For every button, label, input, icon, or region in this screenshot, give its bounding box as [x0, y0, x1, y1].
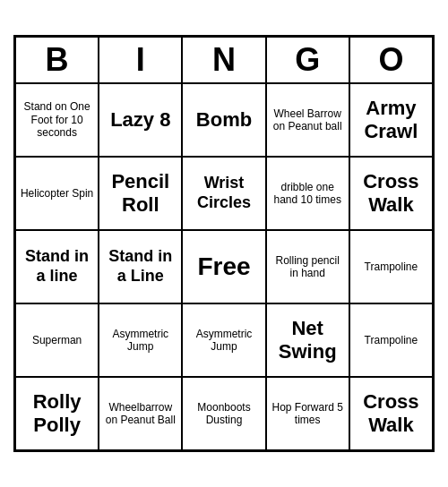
bingo-cell: Cross Walk [349, 157, 433, 230]
bingo-cell: Rolling pencil in hand [266, 230, 349, 303]
bingo-cell: Pencil Roll [99, 157, 182, 230]
bingo-cell: Wheel Barrow on Peanut ball [266, 83, 349, 157]
bingo-card: BINGO Stand on One Foot for 10 secondsLa… [13, 35, 435, 452]
bingo-cell: Asymmetric Jump [182, 303, 265, 377]
bingo-grid: Stand on One Foot for 10 secondsLazy 8Bo… [15, 83, 433, 450]
bingo-cell: Wrist Circles [182, 157, 265, 230]
header-letter: B [15, 37, 99, 83]
bingo-cell: Bomb [182, 83, 265, 157]
header-letter: G [266, 37, 349, 83]
bingo-header: BINGO [15, 37, 433, 83]
header-letter: I [99, 37, 182, 83]
bingo-cell: Asymmetric Jump [99, 303, 182, 377]
bingo-cell: Cross Walk [349, 377, 433, 450]
bingo-cell: Hop Forward 5 times [266, 377, 349, 450]
header-letter: O [349, 37, 433, 83]
bingo-cell: Stand in a line [15, 230, 99, 303]
bingo-cell: Net Swing [266, 303, 349, 377]
bingo-cell: Trampoline [349, 230, 433, 303]
bingo-cell: Trampoline [349, 303, 433, 377]
bingo-cell: Rolly Polly [15, 377, 99, 450]
bingo-cell: Helicopter Spin [15, 157, 99, 230]
bingo-cell: Wheelbarrow on Peanut Ball [99, 377, 182, 450]
bingo-cell: Moonboots Dusting [182, 377, 265, 450]
bingo-cell: Stand in a Line [99, 230, 182, 303]
bingo-cell: Superman [15, 303, 99, 377]
bingo-cell: Lazy 8 [99, 83, 182, 157]
bingo-cell: Army Crawl [349, 83, 433, 157]
header-letter: N [182, 37, 265, 83]
bingo-cell: dribble one hand 10 times [266, 157, 349, 230]
bingo-cell: Stand on One Foot for 10 seconds [15, 83, 99, 157]
bingo-cell: Free [182, 230, 265, 303]
